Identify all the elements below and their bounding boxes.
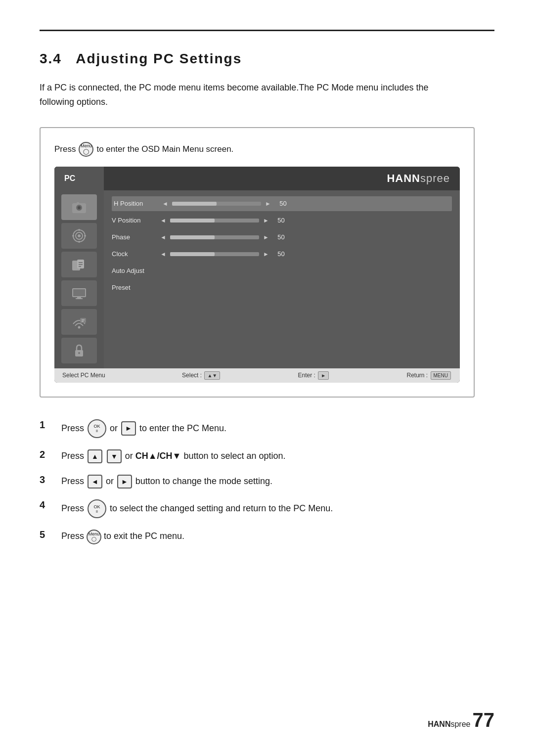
value-h-position: 50 (275, 200, 287, 207)
down-arrow-btn-step2: ▼ (107, 449, 122, 463)
pc-screen-footer: Select PC Menu Select : ▲▼ Enter : ► Ret… (54, 368, 460, 383)
step-3-row: 3 Press ◄ or ► button to change the mode… (40, 474, 494, 489)
arrow-right-clock: ► (263, 251, 269, 258)
arrow-right-v: ► (263, 217, 269, 224)
arrow-left-v: ◄ (160, 217, 166, 224)
step-5-number: 5 (40, 529, 53, 540)
pc-screen-body: H Position ◄ ► 50 V Position ◄ (54, 190, 460, 368)
step-4-row: 4 Press OKII to select the changed setti… (40, 499, 494, 518)
menu-label-h-position: H Position (114, 200, 158, 207)
page-footer: HANNspree 77 (428, 709, 494, 731)
brand-hann: HANN (387, 172, 420, 184)
slider-fill-phase (170, 235, 215, 239)
step-5-content: Press Menu ◯ to exit the PC menu. (61, 529, 494, 544)
value-clock: 50 (273, 250, 285, 258)
arrow-right-phase: ► (263, 234, 269, 241)
footer-page-number: 77 (473, 709, 495, 731)
left-arrow-btn-step3: ◄ (88, 475, 102, 489)
menu-circle-button: Menu ◯ (79, 142, 93, 157)
footer-select-area: Select : ▲▼ (182, 371, 221, 380)
step-5-row: 5 Press Menu ◯ to exit the PC menu. (40, 529, 494, 544)
press-word: Press (54, 144, 76, 154)
step-4-content: Press OKII to select the changed setting… (61, 499, 494, 518)
slider-h-position (172, 202, 261, 206)
menu-row-clock: Clock ◄ ► 50 (112, 247, 452, 262)
pc-icon-2 (61, 223, 97, 249)
circle-inner: ◯ (83, 149, 89, 154)
circle-inner-step5: ◯ (91, 537, 96, 541)
pc-icon-4 (61, 280, 97, 306)
svg-point-25 (78, 352, 80, 354)
svg-point-6 (78, 234, 81, 237)
step-3-number: 3 (40, 474, 53, 486)
top-rule (40, 30, 494, 31)
svg-point-2 (78, 206, 81, 209)
pc-icon-1 (61, 194, 97, 220)
up-arrow-btn-step2: ▲ (88, 449, 102, 463)
slider-fill-h (172, 202, 217, 206)
pc-icon-3 (61, 252, 97, 277)
ch-up-down-label: CH▲/CH▼ (135, 451, 181, 461)
footer-select-pc-menu: Select PC Menu (62, 372, 105, 379)
press-middle-text: to enter the OSD Main Menu screen. (96, 144, 233, 154)
footer-return-btn: MENU (431, 371, 451, 380)
arrow-left-h: ◄ (162, 200, 168, 207)
intro-text: If a PC is connected, the PC mode menu i… (40, 81, 445, 109)
svg-rect-3 (77, 202, 79, 204)
footer-return-area: Return : MENU (406, 371, 451, 380)
value-v-position: 50 (273, 217, 285, 224)
ok-button-step4: OKII (88, 499, 106, 518)
menu-label-preset: Preset (112, 284, 156, 291)
footer-enter-btn: ► (318, 371, 329, 380)
svg-rect-17 (73, 289, 85, 296)
menu-label-auto-adjust: Auto Adjust (112, 267, 156, 274)
svg-rect-19 (76, 298, 83, 299)
brand-spree: spree (420, 172, 450, 184)
slider-phase (170, 235, 259, 239)
right-arrow-btn-step3: ► (117, 475, 132, 489)
steps-section: 1 Press OKII or ► to enter the PC Menu. … (40, 419, 494, 544)
svg-rect-21 (80, 318, 86, 323)
ok-button-step1: OKII (88, 419, 106, 438)
svg-point-20 (78, 326, 81, 328)
step-1-content: Press OKII or ► to enter the PC Menu. (61, 419, 494, 438)
arrow-right-h: ► (265, 200, 271, 207)
step-2-number: 2 (40, 449, 53, 460)
pc-icons-column (54, 190, 104, 368)
step-2-content: Press ▲ ▼ or CH▲/CH▼ button to select an… (61, 449, 494, 463)
menu-row-v-position: V Position ◄ ► 50 (112, 213, 452, 228)
value-phase: 50 (273, 233, 285, 241)
step-1-row: 1 Press OKII or ► to enter the PC Menu. (40, 419, 494, 438)
pc-icon-5 (61, 309, 97, 335)
menu-label: Menu (81, 144, 92, 148)
pc-screen-header: PC HANNspree (54, 167, 460, 190)
pc-header-right: HANNspree (104, 167, 460, 190)
section-title: 3.4 Adjusting PC Settings (40, 51, 494, 67)
step-1-number: 1 (40, 419, 53, 431)
menu-row-auto-adjust: Auto Adjust (112, 264, 452, 278)
footer-spree: spree (450, 720, 470, 728)
footer-hann: HANN (428, 720, 450, 728)
arrow-left-phase: ◄ (160, 234, 166, 241)
svg-rect-12 (77, 260, 84, 268)
menu-label-step5: Menu (89, 532, 100, 536)
slider-fill-v (170, 219, 215, 222)
arrow-left-clock: ◄ (160, 251, 166, 258)
slider-v-position (170, 219, 259, 222)
menu-circle-button-step5: Menu ◯ (87, 530, 101, 544)
step-4-number: 4 (40, 499, 53, 511)
right-arrow-btn-step1: ► (121, 421, 136, 435)
menu-label-v-position: V Position (112, 217, 156, 224)
pc-icon-6 (61, 338, 97, 363)
menu-label-phase: Phase (112, 233, 156, 241)
page-container: 3.4 Adjusting PC Settings If a PC is con… (0, 0, 534, 756)
footer-brand: HANNspree (428, 720, 470, 729)
step-3-content: Press ◄ or ► button to change the mode s… (61, 474, 494, 489)
menu-label-clock: Clock (112, 250, 156, 258)
menu-row-h-position: H Position ◄ ► 50 (112, 196, 452, 211)
menu-row-phase: Phase ◄ ► 50 (112, 230, 452, 245)
step-2-row: 2 Press ▲ ▼ or CH▲/CH▼ button to select … (40, 449, 494, 463)
osd-box: Press Menu ◯ to enter the OSD Main Menu … (40, 127, 475, 398)
pc-header-left: PC (54, 167, 104, 190)
menu-row-preset: Preset (112, 280, 452, 295)
